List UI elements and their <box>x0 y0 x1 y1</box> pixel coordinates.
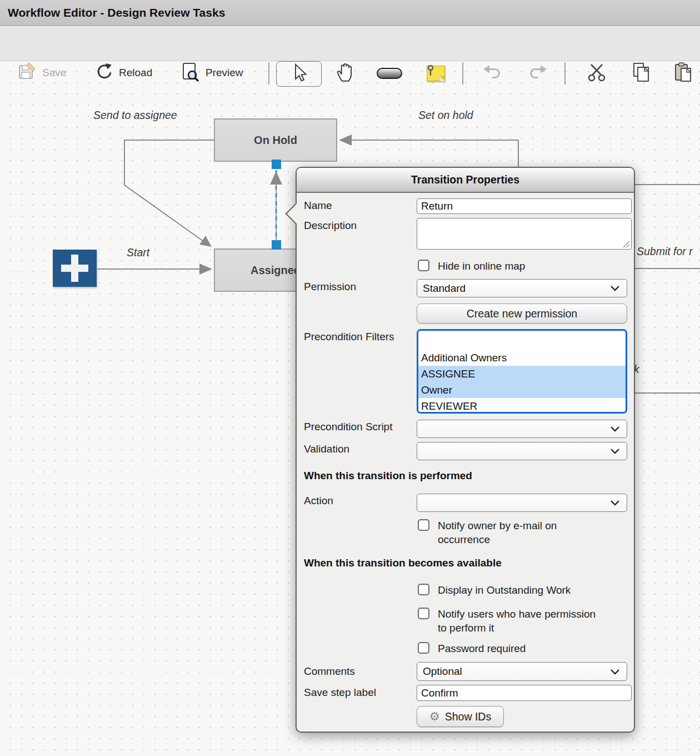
add-note-tool-button[interactable] <box>424 62 447 85</box>
state-on-hold-label: On Hold <box>254 134 297 147</box>
toolbar: Save Reload Preview <box>0 27 700 61</box>
permission-select[interactable]: Standard <box>417 279 627 297</box>
transition-label-send-to-assignee: Send to assignee <box>93 109 177 122</box>
save-label: Save <box>42 67 66 79</box>
chevron-down-icon <box>610 285 620 291</box>
save-step-input[interactable] <box>417 685 632 701</box>
name-input[interactable] <box>417 198 632 214</box>
dialog-title: Transition Properties <box>411 173 519 186</box>
validation-label: Validation <box>304 443 349 455</box>
paste-button[interactable] <box>672 62 694 85</box>
permission-value: Standard <box>417 282 610 295</box>
permission-label: Permission <box>304 281 356 293</box>
create-new-permission-label: Create new permission <box>467 307 577 320</box>
transition-send-to-assignee[interactable] <box>124 140 214 241</box>
preview-label: Preview <box>206 67 243 79</box>
save-button[interactable]: Save <box>18 62 66 84</box>
gear-icon: ⚙ <box>429 710 440 723</box>
precondition-filters-listbox[interactable]: Additional Owners ASSIGNEE Owner REVIEWE… <box>417 329 627 414</box>
save-icon <box>18 62 37 83</box>
reload-icon <box>94 62 113 83</box>
add-step-tool-button[interactable] <box>376 62 403 85</box>
preview-button[interactable]: Preview <box>181 62 243 84</box>
paste-icon <box>673 62 693 85</box>
preview-icon <box>181 62 200 84</box>
state-assigned-label: Assigned <box>251 264 301 277</box>
comments-select[interactable]: Optional <box>417 662 627 681</box>
transition-label-set-on-hold: Set on hold <box>418 109 473 122</box>
cut-button[interactable] <box>586 62 608 85</box>
notify-users-label: Notify users who have permission to perf… <box>438 607 596 635</box>
select-tool-button[interactable] <box>276 61 322 87</box>
display-outstanding-checkbox[interactable] <box>418 584 429 595</box>
copy-button[interactable] <box>630 62 652 85</box>
page-title: Workflow Editor - Design Review Tasks <box>8 6 225 19</box>
save-step-label: Save step label <box>304 687 376 699</box>
redo-button[interactable] <box>526 62 549 85</box>
workflow-editor-window: Workflow Editor - Design Review Tasks Sa… <box>0 0 700 756</box>
action-label: Action <box>304 495 333 507</box>
transition-properties-dialog: Transition Properties Name Description H… <box>296 167 635 733</box>
description-label: Description <box>304 220 357 232</box>
show-ids-label: Show IDs <box>445 710 491 723</box>
arrowhead <box>199 263 212 275</box>
window-title-bar: Workflow Editor - Design Review Tasks <box>0 0 700 26</box>
chevron-down-icon <box>610 448 620 454</box>
copy-icon <box>631 62 651 85</box>
transition-handle-bottom[interactable] <box>272 240 281 250</box>
display-outstanding-label: Display in Outstanding Work <box>438 583 571 597</box>
comments-label: Comments <box>304 665 355 678</box>
filter-option[interactable]: ASSIGNEE <box>418 366 626 382</box>
reload-label: Reload <box>119 67 152 79</box>
undo-button[interactable] <box>481 62 504 85</box>
arrowhead <box>339 135 352 146</box>
start-node[interactable] <box>53 250 97 287</box>
filter-option[interactable]: Additional Owners <box>418 350 626 366</box>
password-required-label: Password required <box>438 641 526 655</box>
state-on-hold[interactable]: On Hold <box>214 118 337 162</box>
chevron-down-icon <box>610 500 620 506</box>
toolbar-separator <box>564 62 566 84</box>
hand-icon <box>334 62 356 85</box>
dialog-title-bar[interactable]: Transition Properties <box>297 168 634 193</box>
cursor-icon <box>291 63 307 85</box>
redo-icon <box>527 64 548 83</box>
name-label: Name <box>304 200 332 212</box>
hide-in-online-map-checkbox[interactable] <box>418 260 429 271</box>
undo-icon <box>482 64 503 83</box>
precondition-script-select[interactable] <box>417 420 627 438</box>
transition-label-submit-for-review: Submit for r <box>637 245 693 258</box>
workflow-canvas[interactable]: Send to assignee Set on hold Start Submi… <box>0 61 700 756</box>
pan-tool-button[interactable] <box>333 62 357 85</box>
performed-heading: When this transition is performed <box>304 470 472 482</box>
hide-in-online-map-label: Hide in online map <box>438 259 525 273</box>
precondition-filters-label: Precondition Filters <box>304 331 394 343</box>
arrowhead <box>270 171 282 185</box>
precondition-script-label: Precondition Script <box>304 421 392 433</box>
toolbar-separator <box>462 62 463 84</box>
scissors-icon <box>586 62 607 84</box>
description-textarea[interactable] <box>417 218 632 250</box>
password-required-checkbox[interactable] <box>418 642 429 654</box>
notify-users-checkbox[interactable] <box>418 608 429 619</box>
notify-owner-label: Notify owner by e-mail on occurrence <box>438 519 557 546</box>
chevron-down-icon <box>610 669 620 675</box>
transition-label-start: Start <box>127 246 149 259</box>
notify-owner-checkbox[interactable] <box>418 519 429 531</box>
available-heading: When this transition becomes available <box>304 557 502 569</box>
plus-icon <box>71 255 78 282</box>
show-ids-button[interactable]: ⚙ Show IDs <box>417 706 504 727</box>
action-select[interactable] <box>417 494 627 512</box>
sticky-note-icon <box>427 66 445 81</box>
transition-handle-top[interactable] <box>272 160 281 169</box>
comments-value: Optional <box>417 665 610 678</box>
create-new-permission-button[interactable]: Create new permission <box>417 304 627 324</box>
validation-select[interactable] <box>417 442 627 460</box>
chevron-down-icon <box>610 426 620 432</box>
step-shape-icon <box>377 68 402 79</box>
toolbar-separator <box>268 62 269 84</box>
filter-option[interactable]: Owner <box>418 382 626 398</box>
arrowhead <box>199 236 212 247</box>
filter-option[interactable]: REVIEWER <box>418 398 626 414</box>
reload-button[interactable]: Reload <box>94 62 152 84</box>
